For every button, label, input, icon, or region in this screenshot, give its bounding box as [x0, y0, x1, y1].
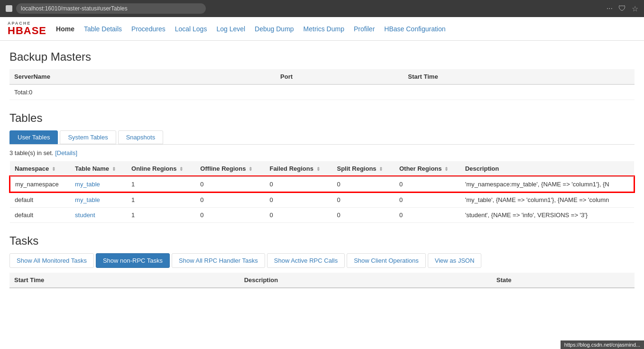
col-other-regions: Other Regions ⇕ [395, 161, 460, 176]
online-regions-cell: 1 [127, 176, 195, 192]
other-regions-cell: 0 [395, 208, 460, 223]
col-description: Description [460, 161, 634, 176]
table-link[interactable]: my_table [75, 181, 100, 188]
hbase-text: HBASE [8, 26, 46, 36]
nav-home[interactable]: Home [56, 25, 74, 33]
namespace-cell: default [10, 192, 70, 208]
table-count: 3 table(s) in set. [9, 149, 54, 156]
tasks-table: Start Time Description State [9, 273, 635, 288]
namespace-cell: my_namespace [10, 176, 70, 192]
offline-regions-cell: 0 [195, 208, 265, 223]
tab-view-json[interactable]: View as JSON [428, 253, 482, 268]
tab-system-tables[interactable]: System Tables [60, 130, 116, 144]
tablename-sort-icon[interactable]: ⇕ [112, 166, 116, 172]
tablename-cell[interactable]: my_table [70, 176, 127, 192]
col-table-name: Table Name ⇕ [70, 161, 127, 176]
offline-sort-icon[interactable]: ⇕ [248, 166, 252, 172]
table-header-row: Namespace ⇕ Table Name ⇕ Online Regions … [10, 161, 634, 176]
col-port: Port [276, 69, 403, 84]
failed-sort-icon[interactable]: ⇕ [316, 166, 320, 172]
nav-table-details[interactable]: Table Details [84, 25, 122, 33]
main-content: Backup Masters ServerName Port Start Tim… [0, 41, 644, 288]
tasks-title: Tasks [9, 234, 635, 248]
offline-regions-cell: 0 [195, 192, 265, 208]
online-sort-icon[interactable]: ⇕ [179, 166, 183, 172]
split-regions-cell: 0 [332, 192, 395, 208]
tab-snapshots[interactable]: Snapshots [118, 130, 163, 144]
tablename-cell[interactable]: my_table [70, 192, 127, 208]
table-link[interactable]: my_table [75, 196, 100, 203]
failed-regions-cell: 0 [265, 176, 332, 192]
browser-toolbar-icons: ··· 🛡 ☆ [607, 4, 638, 13]
nav-procedures[interactable]: Procedures [131, 25, 166, 33]
col-state: State [492, 273, 635, 288]
nav-local-logs[interactable]: Local Logs [175, 25, 207, 33]
nav-hbase-config[interactable]: HBase Configuration [384, 25, 445, 33]
failed-regions-cell: 0 [265, 192, 332, 208]
tab-show-all-monitored[interactable]: Show All Monitored Tasks [9, 253, 94, 268]
tab-show-active-rpc[interactable]: Show Active RPC Calls [267, 253, 345, 268]
col-online-regions: Online Regions ⇕ [127, 161, 195, 176]
tasks-tab-bar: Show All Monitored Tasks Show non-RPC Ta… [9, 253, 635, 268]
namespace-sort-icon[interactable]: ⇕ [52, 166, 55, 172]
tasks-header-row: Start Time Description State [9, 273, 635, 288]
namespace-cell: default [10, 208, 70, 223]
tables-tab-bar: User Tables System Tables Snapshots [9, 130, 635, 145]
backup-masters-table: ServerName Port Start Time Total:0 [9, 69, 635, 100]
nav-debug-dump[interactable]: Debug Dump [255, 25, 294, 33]
split-regions-cell: 0 [332, 208, 395, 223]
browser-chrome: localhost:16010/master-status#userTables… [0, 0, 644, 17]
tables-title: Tables [9, 111, 635, 125]
browser-shield-icon[interactable]: 🛡 [618, 4, 626, 13]
col-description: Description [239, 273, 492, 288]
online-regions-cell: 1 [127, 192, 195, 208]
col-split-regions: Split Regions ⇕ [332, 161, 395, 176]
tab-show-non-rpc[interactable]: Show non-RPC Tasks [96, 253, 170, 268]
tab-show-client-ops[interactable]: Show Client Operations [347, 253, 426, 268]
tasks-section: Tasks Show All Monitored Tasks Show non-… [9, 234, 635, 288]
col-start-time: Start Time [403, 69, 635, 84]
backup-masters-section: Backup Masters ServerName Port Start Tim… [9, 50, 635, 100]
col-failed-regions: Failed Regions ⇕ [265, 161, 332, 176]
tablename-cell[interactable]: student [70, 208, 127, 223]
browser-bookmark-icon[interactable]: ☆ [632, 4, 638, 13]
failed-regions-cell: 0 [265, 208, 332, 223]
offline-regions-cell: 0 [195, 176, 265, 192]
split-sort-icon[interactable]: ⇕ [379, 166, 383, 172]
nav-metrics-dump[interactable]: Metrics Dump [304, 25, 344, 33]
split-regions-cell: 0 [332, 176, 395, 192]
user-tables-table: Namespace ⇕ Table Name ⇕ Online Regions … [9, 161, 635, 223]
col-start-time: Start Time [9, 273, 239, 288]
browser-menu-icon[interactable]: ··· [607, 4, 613, 13]
table-row: defaultmy_table10000'my_table', {NAME =>… [10, 192, 634, 208]
backup-masters-title: Backup Masters [9, 50, 635, 64]
table-details-link[interactable]: [Details] [55, 149, 77, 156]
nav-profiler[interactable]: Profiler [354, 25, 375, 33]
table-row: my_namespacemy_table10000'my_namespace:m… [10, 176, 634, 192]
description-cell: 'my_namespace:my_table', {NAME => 'colum… [460, 176, 634, 192]
hbase-logo: APACHE HBASE [8, 21, 46, 36]
tab-user-tables[interactable]: User Tables [9, 130, 58, 144]
description-cell: 'student', {NAME => 'info', VERSIONS => … [460, 208, 634, 223]
other-regions-cell: 0 [395, 192, 460, 208]
other-sort-icon[interactable]: ⇕ [444, 166, 448, 172]
online-regions-cell: 1 [127, 208, 195, 223]
nav-log-level[interactable]: Log Level [216, 25, 245, 33]
tab-show-all-rpc[interactable]: Show All RPC Handler Tasks [172, 253, 265, 268]
col-namespace: Namespace ⇕ [10, 161, 70, 176]
tables-section: Tables User Tables System Tables Snapsho… [9, 111, 635, 223]
table-row: Total:0 [9, 84, 635, 100]
total-label: Total:0 [9, 84, 635, 100]
browser-favicon [6, 5, 12, 12]
browser-url-bar[interactable]: localhost:16010/master-status#userTables [16, 3, 206, 14]
table-info: 3 table(s) in set. [Details] [9, 149, 635, 156]
description-cell: 'my_table', {NAME => 'column1'}, {NAME =… [460, 192, 634, 208]
col-offline-regions: Offline Regions ⇕ [195, 161, 265, 176]
nav-links: Home Table Details Procedures Local Logs… [56, 25, 446, 33]
other-regions-cell: 0 [395, 176, 460, 192]
table-row: defaultstudent10000'student', {NAME => '… [10, 208, 634, 223]
col-servername: ServerName [9, 69, 276, 84]
navbar: APACHE HBASE Home Table Details Procedur… [0, 17, 644, 41]
table-link[interactable]: student [75, 211, 95, 219]
